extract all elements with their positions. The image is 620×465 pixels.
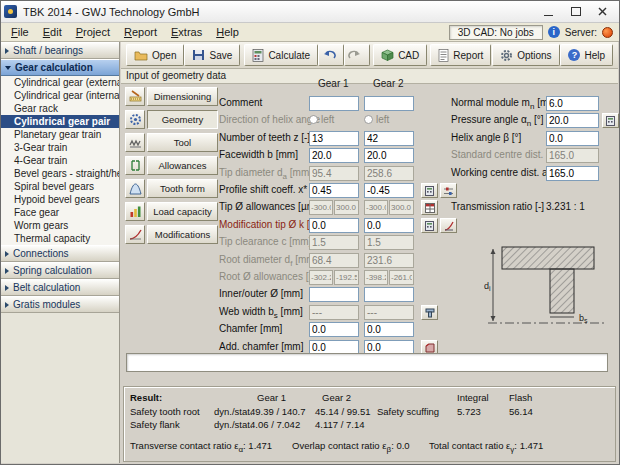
profile-shift-balance-button[interactable] bbox=[440, 183, 457, 198]
open-button[interactable]: Open bbox=[126, 44, 184, 66]
profile-shift-gear2-input[interactable] bbox=[364, 183, 414, 198]
pressure-angle-calculator-button[interactable] bbox=[602, 113, 619, 128]
tip-allowance-table-button[interactable] bbox=[421, 200, 438, 215]
sidebar: Shaft / bearings Gear calculation Cylind… bbox=[1, 42, 120, 463]
teeth-gear2-input[interactable] bbox=[364, 131, 414, 146]
options-button[interactable]: Options bbox=[492, 44, 559, 66]
calculate-button[interactable]: Calculate bbox=[244, 44, 318, 66]
calculator-icon bbox=[252, 49, 264, 62]
sidebar-section-shaft-bearings[interactable]: Shaft / bearings bbox=[1, 42, 119, 59]
menu-help[interactable]: Help bbox=[209, 24, 246, 40]
sidebar-item-worm-gears[interactable]: Worm gears bbox=[1, 219, 119, 232]
helix-angle-input[interactable] bbox=[546, 131, 599, 146]
menu-extras[interactable]: Extras bbox=[164, 24, 209, 40]
allowances-button[interactable]: Allowances bbox=[147, 156, 218, 175]
sidebar-item-hypoid-bevel-gears[interactable]: Hypoid bevel gears bbox=[1, 193, 119, 206]
sidebar-section-connections[interactable]: Connections bbox=[1, 245, 119, 262]
results-integral-header: Integral bbox=[457, 392, 489, 403]
tip-allowance-gear2-lower-input bbox=[389, 200, 414, 215]
chamfer-gear1-input[interactable] bbox=[309, 322, 359, 337]
sidebar-section-belt-calculation[interactable]: Belt calculation bbox=[1, 279, 119, 296]
slider-icon bbox=[443, 186, 454, 196]
tip-allowance-gear1-lower-input bbox=[334, 200, 359, 215]
facewidth-gear1-input[interactable] bbox=[309, 148, 359, 163]
cad-button[interactable]: CAD bbox=[373, 44, 427, 66]
tip-allowance-gear1-upper-input bbox=[309, 200, 333, 215]
report-button[interactable]: Report bbox=[430, 44, 491, 66]
redo-button[interactable] bbox=[344, 44, 370, 66]
comment-gear1-input[interactable] bbox=[309, 96, 359, 111]
geometry-button[interactable]: Geometry bbox=[147, 110, 218, 129]
load-capacity-button[interactable]: Load capacity bbox=[147, 202, 218, 221]
teeth-gear1-input[interactable] bbox=[309, 131, 359, 146]
facewidth-gear2-input[interactable] bbox=[364, 148, 414, 163]
profile-shift-gear1-input[interactable] bbox=[309, 183, 359, 198]
chamfer-label: Chamfer [mm] bbox=[219, 323, 282, 334]
modification-tip-detail-button[interactable] bbox=[440, 218, 457, 233]
info-icon[interactable]: i bbox=[548, 26, 560, 38]
close-button[interactable] bbox=[589, 3, 616, 21]
tip-clearance-gear2-input bbox=[364, 235, 414, 250]
safety-flank-mode: dyn./stat. bbox=[214, 419, 253, 430]
minimize-button[interactable] bbox=[535, 3, 562, 21]
sidebar-section-gear-calculation[interactable]: Gear calculation bbox=[1, 59, 119, 76]
gear-blank-drawing: di bs bbox=[484, 241, 609, 333]
modification-tip-gear1-input[interactable] bbox=[309, 218, 359, 233]
web-width-sketch-button[interactable] bbox=[421, 305, 438, 320]
undo-button[interactable] bbox=[318, 44, 344, 66]
sidebar-item-gear-rack[interactable]: Gear rack bbox=[1, 102, 119, 115]
sidebar-item-thermal-capacity[interactable]: Thermal capacity bbox=[1, 232, 119, 245]
chamfer-gear2-input[interactable] bbox=[364, 322, 414, 337]
chevron-right-icon bbox=[5, 268, 9, 274]
modifications-button[interactable]: Modifications bbox=[147, 225, 218, 244]
tooth-form-button[interactable]: Tooth form bbox=[147, 179, 218, 198]
menu-edit[interactable]: Edit bbox=[36, 24, 69, 40]
sidebar-item-cylindrical-gear-pair[interactable]: Cylindrical gear pair bbox=[1, 115, 119, 128]
inner-outer-gear2-input[interactable] bbox=[364, 287, 414, 302]
sidebar-section-gratis-modules[interactable]: Gratis modules bbox=[1, 296, 119, 313]
sidebar-item-face-gear[interactable]: Face gear bbox=[1, 206, 119, 219]
menu-file[interactable]: File bbox=[4, 24, 36, 40]
sidebar-item-cylindrical-gear-external[interactable]: Cylindrical gear (external) bbox=[1, 76, 119, 89]
root-diameter-gear1-input bbox=[309, 253, 359, 268]
sidebar-item-4-gear-train[interactable]: 4-Gear train bbox=[1, 154, 119, 167]
pressure-angle-input[interactable] bbox=[546, 113, 599, 128]
sidebar-item-spiral-bevel-gears[interactable]: Spiral bevel gears bbox=[1, 180, 119, 193]
svg-text:bs: bs bbox=[579, 313, 588, 324]
working-centre-distance-input[interactable] bbox=[546, 166, 599, 181]
helix-direction-label: Direction of helix angle bbox=[219, 114, 320, 125]
menu-project[interactable]: Project bbox=[69, 24, 117, 40]
normal-module-input[interactable] bbox=[546, 96, 599, 111]
message-field[interactable] bbox=[126, 353, 608, 372]
tool-button[interactable]: Tool bbox=[147, 133, 218, 152]
save-button[interactable]: Save bbox=[184, 44, 240, 66]
floppy-icon bbox=[192, 49, 205, 61]
root-diameter-gear2-input bbox=[364, 253, 414, 268]
root-diameter-label: Root diameter df [mm] bbox=[219, 254, 317, 268]
add-chamfer-label: Add. chamfer [mm] bbox=[219, 341, 303, 352]
sidebar-section-spring-calculation[interactable]: Spring calculation bbox=[1, 262, 119, 279]
help-button[interactable]: ? Help bbox=[560, 44, 613, 66]
sidebar-item-bevel-gears[interactable]: Bevel gears - straight/helical bbox=[1, 167, 119, 180]
menubar-status-area: 3D CAD: No jobs i Server: bbox=[449, 25, 619, 40]
helix-left-radio-gear2: left bbox=[364, 114, 389, 125]
transmission-ratio-label: Transmission ratio [-] bbox=[451, 201, 544, 212]
dimensioning-button[interactable]: Dimensioning bbox=[147, 87, 218, 106]
sidebar-item-planetary-gear-train[interactable]: Planetary gear train bbox=[1, 128, 119, 141]
profile-shift-calculator-button[interactable] bbox=[421, 183, 438, 198]
calculator-icon bbox=[606, 116, 615, 126]
comment-gear2-input[interactable] bbox=[364, 96, 414, 111]
menu-report[interactable]: Report bbox=[117, 24, 164, 40]
total-contact-ratio: Total contact ratio εγ: 1.471 bbox=[429, 440, 543, 454]
helix-left-radio-gear1: left bbox=[309, 114, 334, 125]
tip-allowances-label: Tip Ø allowances [µm] bbox=[219, 201, 318, 212]
inner-outer-gear1-input[interactable] bbox=[309, 287, 359, 302]
maximize-button[interactable] bbox=[562, 3, 589, 21]
modification-tip-calculator-button[interactable] bbox=[421, 218, 438, 233]
allowances-icon bbox=[125, 156, 145, 175]
maximize-icon bbox=[571, 7, 581, 16]
sidebar-item-cylindrical-gear-internal[interactable]: Cylindrical gear (internal) bbox=[1, 89, 119, 102]
modification-tip-gear2-input[interactable] bbox=[364, 218, 414, 233]
root-allowance-gear2-lower-input bbox=[389, 270, 414, 285]
sidebar-item-3-gear-train[interactable]: 3-Gear train bbox=[1, 141, 119, 154]
